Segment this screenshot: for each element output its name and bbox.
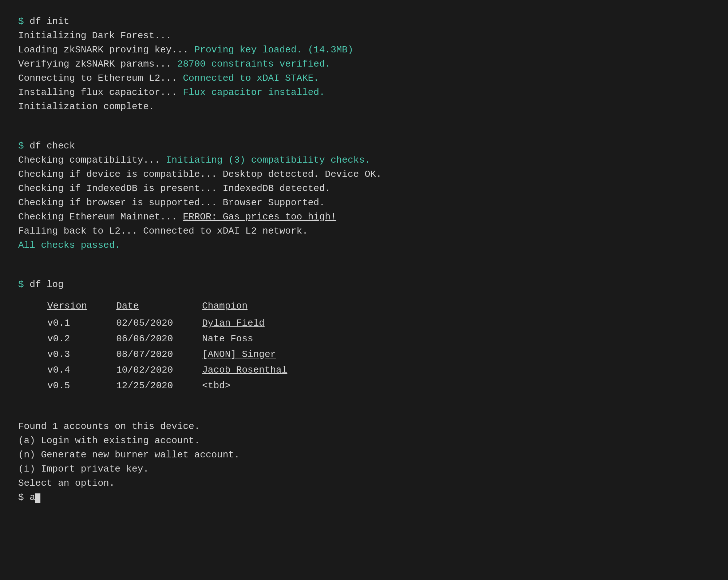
table-row: v0.410/02/2020Jacob Rosenthal bbox=[47, 363, 316, 379]
cell-date: 12/25/2020 bbox=[116, 379, 202, 394]
found-accounts: Found 1 accounts on this device. bbox=[18, 420, 710, 434]
log-section: $ df log Version Date Champion v0.102/05… bbox=[18, 278, 710, 394]
col-header-date: Date bbox=[116, 299, 202, 316]
select-option: Select an option. bbox=[18, 476, 710, 490]
cell-champion: Nate Foss bbox=[202, 332, 316, 347]
cell-version: v0.4 bbox=[47, 363, 116, 379]
command-text-2: df check bbox=[24, 140, 75, 151]
col-header-version: Version bbox=[47, 299, 116, 316]
cell-champion: Jacob Rosenthal bbox=[202, 363, 316, 379]
check-section: $ df check Checking compatibility... Ini… bbox=[18, 139, 710, 253]
input-text: a bbox=[29, 492, 35, 503]
cell-date: 06/06/2020 bbox=[116, 332, 202, 347]
init-line-2: Loading zkSNARK proving key... Proving k… bbox=[18, 43, 710, 57]
option-n: (n) Generate new burner wallet account. bbox=[18, 448, 710, 462]
dollar-sign-2: $ bbox=[18, 140, 24, 151]
check-line-2: Checking if device is compatible... Desk… bbox=[18, 167, 710, 182]
log-command: $ df log bbox=[18, 278, 710, 292]
cell-champion: [ANON] Singer bbox=[202, 347, 316, 363]
cell-version: v0.2 bbox=[47, 332, 116, 347]
cell-date: 08/07/2020 bbox=[116, 347, 202, 363]
option-i: (i) Import private key. bbox=[18, 462, 710, 476]
check-line-6: Falling back to L2... Connected to xDAI … bbox=[18, 224, 710, 238]
log-table-container: Version Date Champion v0.102/05/2020Dyla… bbox=[47, 299, 710, 394]
init-line-5: Installing flux capacitor... Flux capaci… bbox=[18, 86, 710, 100]
cell-version: v0.5 bbox=[47, 379, 116, 394]
check-line-4: Checking if browser is supported... Brow… bbox=[18, 196, 710, 210]
check-command: $ df check bbox=[18, 139, 710, 153]
col-header-champion: Champion bbox=[202, 299, 316, 316]
spacer-2 bbox=[18, 263, 710, 278]
init-section: $ df init Initializing Dark Forest... Lo… bbox=[18, 15, 710, 114]
footer-section: Found 1 accounts on this device. (a) Log… bbox=[18, 420, 710, 505]
init-line-4: Connecting to Ethereum L2... Connected t… bbox=[18, 71, 710, 86]
dollar-sign: $ bbox=[18, 16, 24, 27]
dollar-sign-input: $ bbox=[18, 492, 24, 503]
cell-version: v0.1 bbox=[47, 316, 116, 332]
init-command: $ df init bbox=[18, 15, 710, 29]
champion-link[interactable]: [ANON] Singer bbox=[202, 349, 276, 360]
champion-link[interactable]: Jacob Rosenthal bbox=[202, 365, 287, 376]
table-header-row: Version Date Champion bbox=[47, 299, 316, 316]
check-line-1: Checking compatibility... Initiating (3)… bbox=[18, 153, 710, 167]
table-row: v0.102/05/2020Dylan Field bbox=[47, 316, 316, 332]
check-line-3: Checking if IndexedDB is present... Inde… bbox=[18, 182, 710, 196]
spacer-1 bbox=[18, 125, 710, 139]
command-text-3: df log bbox=[24, 279, 64, 290]
spacer-3 bbox=[18, 405, 710, 420]
cursor-block bbox=[35, 493, 40, 503]
init-line-1: Initializing Dark Forest... bbox=[18, 29, 710, 43]
table-row: v0.206/06/2020Nate Foss bbox=[47, 332, 316, 347]
table-row: v0.512/25/2020<tbd> bbox=[47, 379, 316, 394]
dollar-sign-3: $ bbox=[18, 279, 24, 290]
champion-link[interactable]: Dylan Field bbox=[202, 318, 265, 329]
command-text: df init bbox=[24, 16, 70, 27]
check-line-5: Checking Ethereum Mainnet... ERROR: Gas … bbox=[18, 210, 710, 224]
cell-champion: Dylan Field bbox=[202, 316, 316, 332]
cell-version: v0.3 bbox=[47, 347, 116, 363]
table-row: v0.308/07/2020[ANON] Singer bbox=[47, 347, 316, 363]
input-prompt-line: $ a bbox=[18, 490, 710, 505]
init-line-6: Initialization complete. bbox=[18, 100, 710, 114]
option-a: (a) Login with existing account. bbox=[18, 434, 710, 448]
init-line-3: Verifying zkSNARK params... 28700 constr… bbox=[18, 57, 710, 71]
all-checks-line: All checks passed. bbox=[18, 238, 710, 253]
cell-date: 10/02/2020 bbox=[116, 363, 202, 379]
log-table: Version Date Champion v0.102/05/2020Dyla… bbox=[47, 299, 316, 394]
cell-champion: <tbd> bbox=[202, 379, 316, 394]
cell-date: 02/05/2020 bbox=[116, 316, 202, 332]
